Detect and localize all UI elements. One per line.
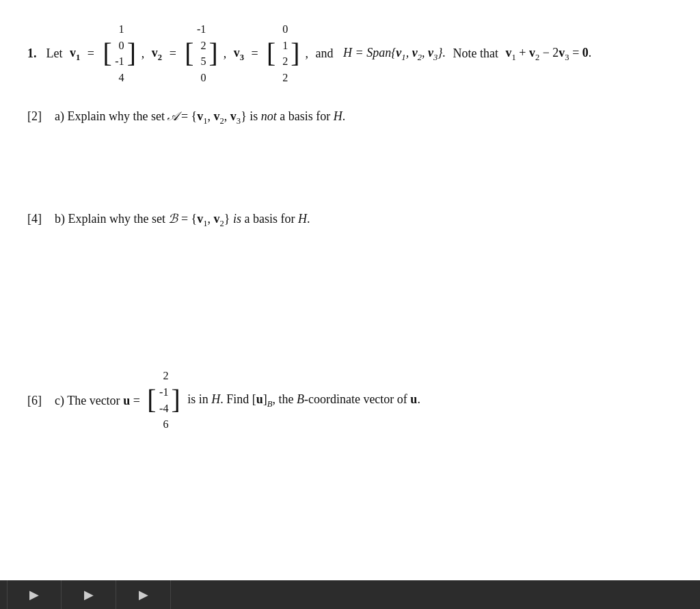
toolbar-btn-2[interactable]: ▶ (62, 580, 116, 609)
v3-sub: 3 (240, 52, 244, 62)
score-b: [4] (27, 212, 55, 226)
part-a-text: a) Explain why the set 𝒜 = {v1, v2, v3} … (55, 107, 673, 128)
v1-label: v1 (70, 45, 80, 63)
problem-1-section: 1. Let v1 = 1 0 -1 4 , v2 = (27, 21, 673, 127)
v1-e1: 1 (115, 22, 124, 38)
v2-e4: 0 (196, 70, 206, 86)
v2-e1: -1 (196, 22, 206, 38)
part-c: [6] c) The vector u = 2 -1 -4 6 (27, 367, 673, 434)
part-c-section: [6] c) The vector u = 2 -1 -4 6 (27, 367, 673, 434)
v3-e3: 2 (278, 54, 288, 70)
bracket-left-v2 (185, 21, 193, 87)
v2-label: v2 (152, 45, 162, 63)
v1-sub: 1 (76, 52, 80, 62)
toolbar-btn-3[interactable]: ▶ (116, 580, 171, 609)
v3-e1: 0 (278, 22, 288, 38)
score-c: [6] (27, 394, 55, 408)
bottom-toolbar: ▶ ▶ ▶ (0, 580, 700, 609)
equals-3: = (248, 46, 261, 62)
part-b-text: b) Explain why the set ℬ = {v1, v2} is a… (55, 209, 673, 230)
part-a: [2] a) Explain why the set 𝒜 = {v1, v2, … (27, 107, 673, 128)
u-matrix: 2 -1 -4 6 (147, 367, 180, 434)
and-text: and (315, 46, 333, 62)
v2-sub: 2 (158, 52, 162, 62)
bracket-right-v1 (127, 21, 136, 87)
problem-number: 1. (27, 46, 37, 62)
equals-2: = (166, 46, 179, 62)
v3-label: v3 (234, 45, 244, 63)
H-italic: H = Span{v1, v2, v3}. (340, 45, 448, 63)
v3-e4: 2 (278, 70, 288, 86)
part-c-text: c) The vector u = 2 -1 -4 6 is in H. Fin… (55, 367, 673, 434)
equals-1: = (84, 46, 97, 62)
v1-col: 1 0 -1 4 (112, 21, 127, 87)
toolbar-btn-1[interactable]: ▶ (7, 580, 62, 609)
u-e1: 2 (159, 368, 168, 384)
u-e4: 6 (159, 417, 168, 433)
v2-matrix: -1 2 5 0 (185, 21, 217, 87)
v3-e2: 1 (278, 38, 288, 54)
problem-statement: 1. Let v1 = 1 0 -1 4 , v2 = (27, 21, 673, 87)
vector-line: c) The vector u = 2 -1 -4 6 is in H. Fin… (55, 367, 673, 434)
v1-matrix: 1 0 -1 4 (103, 21, 135, 87)
c-label: c) The vector u = (55, 392, 143, 410)
bracket-right-u (171, 367, 180, 434)
linear-dep-eq: v1 + v2 − 2v3 = 0. (505, 45, 591, 63)
let-text: Let (46, 46, 66, 62)
bracket-left-v1 (103, 21, 111, 87)
v3-matrix: 0 1 2 2 (267, 21, 299, 87)
c-is-in: is in H. Find [u]B, the B-coordinate vec… (185, 390, 420, 410)
comma-2: , (224, 46, 230, 62)
page-content: 1. Let v1 = 1 0 -1 4 , v2 = (0, 0, 700, 509)
score-a: [2] (27, 109, 55, 124)
note-text: Note that (453, 46, 501, 62)
u-col: 2 -1 -4 6 (156, 367, 171, 434)
bracket-left-u (147, 367, 156, 434)
bracket-left-v3 (267, 21, 275, 87)
v2-e2: 2 (196, 38, 206, 54)
u-e2: -1 (159, 385, 168, 401)
u-e3: -4 (159, 401, 168, 417)
bracket-right-v3 (291, 21, 299, 87)
part-b: [4] b) Explain why the set ℬ = {v1, v2} … (27, 209, 673, 230)
v1-e3: -1 (115, 54, 124, 70)
v2-e3: 5 (196, 54, 206, 70)
v2-col: -1 2 5 0 (193, 21, 208, 87)
bracket-right-v2 (208, 21, 217, 87)
comma-3: , (305, 46, 311, 62)
comma-1: , (142, 46, 148, 62)
part-b-section: [4] b) Explain why the set ℬ = {v1, v2} … (27, 209, 673, 230)
v3-col: 0 1 2 2 (275, 21, 291, 87)
v1-e4: 4 (115, 70, 124, 86)
v1-e2: 0 (115, 38, 124, 54)
